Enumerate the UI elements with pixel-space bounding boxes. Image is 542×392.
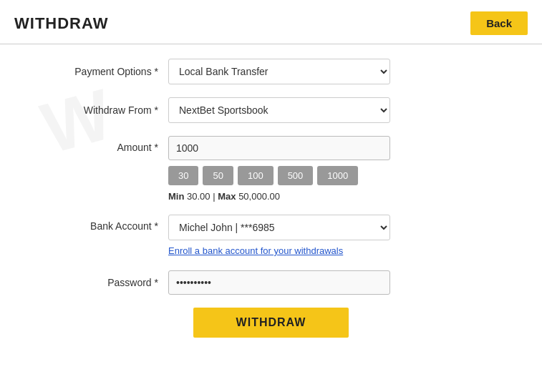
min-max-info: Min 30.00 | Max 50,000.00 (168, 191, 390, 202)
withdraw-from-control: NextBet Sportsbook (168, 97, 390, 123)
form-container: W Payment Options * Local Bank Transfer … (0, 44, 542, 352)
page-container: WITHDRAW Back W Payment Options * Local … (0, 0, 542, 392)
amount-section: 30 50 100 500 1000 Min 30.00 | Max 50,00… (168, 136, 390, 202)
bank-account-row: Bank Account * Michel John | ***6985 Enr… (43, 215, 499, 258)
bank-account-select[interactable]: Michel John | ***6985 (168, 215, 390, 240)
password-control (168, 270, 390, 295)
password-input[interactable] (168, 270, 390, 295)
pipe: | (213, 191, 215, 202)
quick-amount-50[interactable]: 50 (203, 166, 233, 185)
submit-area: WITHDRAW (43, 308, 499, 338)
max-label: Max (218, 191, 236, 202)
page-title: WITHDRAW (14, 14, 108, 33)
amount-input[interactable] (168, 136, 390, 160)
payment-options-label: Payment Options * (43, 66, 168, 77)
payment-options-select[interactable]: Local Bank Transfer (168, 59, 390, 84)
back-button[interactable]: Back (470, 11, 528, 35)
enroll-bank-link[interactable]: Enroll a bank account for your withdrawa… (168, 245, 390, 258)
quick-amounts-row: 30 50 100 500 1000 (168, 166, 390, 185)
amount-label: Amount * (43, 136, 168, 153)
min-label: Min (168, 191, 184, 202)
amount-row: Amount * 30 50 100 500 1000 Min 30.00 | … (43, 136, 499, 202)
withdraw-button[interactable]: WITHDRAW (193, 308, 349, 338)
quick-amount-100[interactable]: 100 (238, 166, 274, 185)
bank-account-label: Bank Account * (43, 215, 168, 232)
withdraw-from-select[interactable]: NextBet Sportsbook (168, 97, 390, 123)
payment-options-control: Local Bank Transfer (168, 59, 390, 84)
withdraw-from-row: Withdraw From * NextBet Sportsbook (43, 97, 499, 123)
password-row: Password * (43, 270, 499, 295)
payment-options-row: Payment Options * Local Bank Transfer (43, 59, 499, 84)
quick-amount-500[interactable]: 500 (278, 166, 314, 185)
bank-account-section: Michel John | ***6985 Enroll a bank acco… (168, 215, 390, 258)
quick-amount-1000[interactable]: 1000 (317, 166, 358, 185)
withdraw-from-label: Withdraw From * (43, 104, 168, 116)
min-value: 30.00 (187, 191, 210, 202)
password-label: Password * (43, 277, 168, 288)
header: WITHDRAW Back (0, 0, 542, 44)
max-value: 50,000.00 (238, 191, 280, 202)
quick-amount-30[interactable]: 30 (168, 166, 198, 185)
